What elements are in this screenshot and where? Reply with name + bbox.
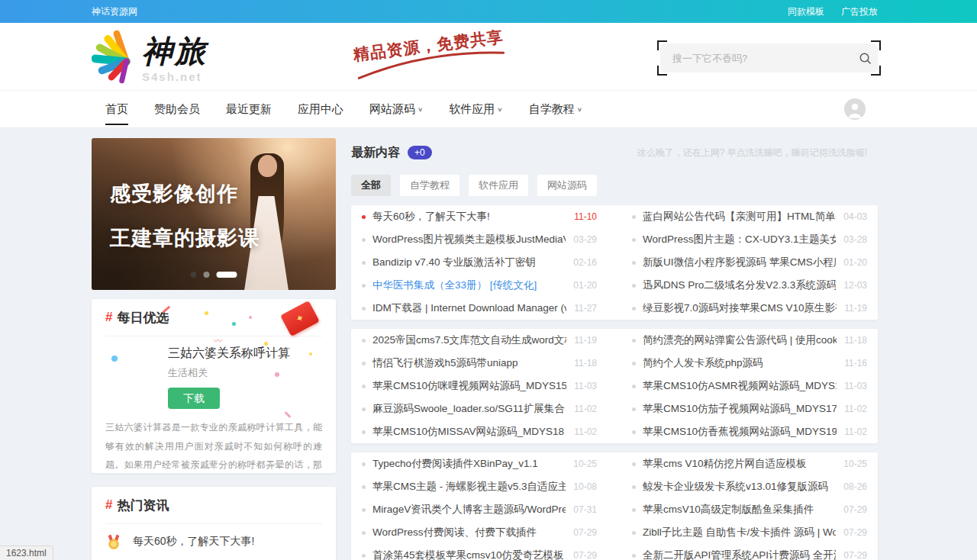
list-column: 苹果cms V10精仿挖片网自适应模板 10-25 鲸发卡企业级发卡系统v13.… (632, 452, 867, 560)
carousel-dot[interactable] (191, 272, 197, 278)
logo-title: 神旅 (142, 35, 208, 67)
row-title[interactable]: 麻豆源码Swoole_loader.so/SG11扩展集合 (372, 402, 566, 416)
row-title[interactable]: 情侣飞行棋游戏h5源码带uniapp (372, 356, 566, 370)
chevron-down-icon: ∨ (418, 106, 423, 113)
bullet-icon (362, 385, 366, 388)
row-title[interactable]: 苹果cms V10精仿挖片网自适应模板 (643, 457, 836, 471)
row-date: 11-02 (574, 426, 597, 437)
row-title[interactable]: 蓝白网站公告代码【亲测可用】HTML简单代码... (643, 210, 836, 224)
bullet-icon (632, 485, 636, 489)
row-date: 07-29 (843, 550, 867, 560)
carousel-dot[interactable] (204, 272, 210, 278)
row-title[interactable]: MirageV资讯类个人博客主题源码/WordPress主... (372, 503, 566, 517)
row-title[interactable]: 中华医书集成（全33册） [传统文化] (372, 278, 566, 292)
daily-pick-title[interactable]: 三姑六婆关系称呼计算 (168, 346, 322, 362)
hot-news-item-label: 每天60秒，了解天下大事! (133, 535, 254, 549)
row-title[interactable]: WordPress图片视频类主题模板JustMediaV2.7.... (372, 233, 566, 246)
bullet-icon (362, 430, 366, 434)
row-title[interactable]: 苹果CMS10仿茄子视频网站源码_MDYS17 (643, 402, 837, 416)
row-date: 12-03 (843, 280, 867, 291)
confetti-decoration: 〰 (214, 334, 224, 340)
nav-item[interactable]: 软件应用 ∨ (449, 91, 502, 127)
hot-news-item[interactable]: 每天60秒，了解天下大事! (105, 529, 322, 554)
bullet-icon (362, 485, 366, 489)
article-row: 全新二开版API管理系统API计费源码 全开源 07-29 (632, 544, 867, 560)
daily-pick-description: 三姑六婆计算器是一款专业的亲戚称呼计算工具，能够有效的解决用用户面对亲戚时不知如… (105, 418, 322, 473)
article-row: 简约漂亮的网站弹窗公告源代码 | 使用cookie记录 11-18 (632, 329, 867, 352)
latest-header: 最新内容 +0 这么晚了，还在上网? 早点洗洗睡吧，睡前记得洗洗脸喔! (351, 143, 878, 163)
topbar: 神话资源网 同款模板广告投放 (0, 0, 977, 23)
row-date: 11-16 (844, 358, 867, 369)
row-title[interactable]: 2025帝国cms7.5文库范文自动生成word文档/文... (372, 333, 566, 347)
bullet-icon (632, 554, 636, 558)
latest-tab[interactable]: 全部 (351, 175, 391, 196)
latest-tab[interactable]: 自学教程 (400, 175, 459, 196)
article-row: Bandizip v7.40 专业版激活补丁密钥 02-16 (362, 251, 597, 274)
topbar-link[interactable]: 同款模板 (788, 5, 824, 18)
row-title[interactable]: 苹果CMS主题 - 海螺影视主题v5.3自适应主题/ ... (372, 480, 566, 494)
row-date: 11-18 (574, 358, 597, 369)
row-title[interactable]: Zibll子比主题 自助售卡/发卡插件 源码 | WordPr... (643, 526, 836, 539)
row-title[interactable]: 苹果CMS10仿香蕉视频网站源码_MDYS19 (643, 425, 837, 439)
row-title[interactable]: 绿豆影视7.0源码对接苹果CMS V10原生影视AP... (643, 301, 837, 315)
hash-icon: # (105, 310, 112, 325)
topbar-link[interactable]: 广告投放 (841, 5, 878, 18)
search-button[interactable] (852, 45, 878, 71)
article-row: 苹果cms V10精仿挖片网自适应模板 10-25 (632, 452, 867, 475)
row-title[interactable]: 新版UI微信小程序影视源码 苹果CMS小程序源码 (643, 256, 836, 269)
row-title[interactable]: 苹果CMS10仿MISSAV网站源码_MDYS18 (372, 425, 566, 439)
nav-item[interactable]: 自学教程 ∨ (529, 91, 582, 127)
logo-domain: S4sh.net (142, 70, 208, 83)
row-date: 02-16 (573, 257, 597, 268)
latest-tab[interactable]: 软件应用 (469, 175, 528, 196)
row-title[interactable]: 全新二开版API管理系统API计费源码 全开源 (643, 549, 836, 560)
nav-item-label: 赞助会员 (154, 102, 200, 117)
nav-item[interactable]: 最近更新 ∨ (226, 91, 272, 127)
row-title[interactable]: 首涂第45套模板苹果cmsv10仿爱奇艺模板 (372, 549, 566, 560)
row-title[interactable]: 简约漂亮的网站弹窗公告源代码 | 使用cookie记录 (643, 333, 837, 347)
bullet-icon (362, 238, 366, 242)
row-date: 10-25 (843, 459, 867, 469)
greeting-tip: 这么晚了，还在上网? 早点洗洗睡吧，睡前记得洗洗脸喔! (637, 146, 878, 159)
row-date: 07-29 (843, 527, 867, 538)
row-title[interactable]: 鲸发卡企业级发卡系统v13.01修复版源码 (643, 480, 836, 494)
hot-news-card: # 热门资讯 每天60秒，了解天下大事! (92, 487, 336, 560)
article-row: 鲸发卡企业级发卡系统v13.01修复版源码 08-26 (632, 475, 867, 498)
row-title[interactable]: 迅风DNS Pro二级域名分发V2.3.3系统源码 (643, 278, 836, 292)
row-title[interactable]: Typecho付费阅读插件XBinPay_v1.1 (372, 457, 566, 471)
row-title[interactable]: 简约个人发卡系统php源码 (643, 356, 837, 370)
carousel-dot-active[interactable] (217, 272, 237, 278)
row-title[interactable]: 苹果cmsV10高级定制版酷鱼采集插件 (643, 503, 836, 517)
bullet-icon (362, 339, 366, 343)
nav-item[interactable]: 网站源码 ∨ (369, 91, 423, 127)
article-row: 绿豆影视7.0源码对接苹果CMS V10原生影视AP... 11-19 (632, 297, 867, 320)
nav-item[interactable]: 应用中心 ∨ (298, 91, 343, 127)
article-list-group: 2025帝国cms7.5文库范文自动生成word文档/文... 11-19 情侣… (351, 329, 878, 443)
download-button[interactable]: 下载 (168, 388, 220, 409)
site-logo[interactable]: 神旅 S4sh.net (92, 27, 208, 84)
article-row: 情侣飞行棋游戏h5源码带uniapp 11-18 (362, 352, 597, 375)
search-input[interactable] (660, 53, 852, 64)
nav-item-label: 应用中心 (298, 102, 343, 117)
row-title[interactable]: Bandizip v7.40 专业版激活补丁密钥 (372, 256, 566, 269)
carousel[interactable]: 感受影像创作 王建章的摄影课 (92, 138, 336, 290)
nav-item[interactable]: 赞助会员 ∨ (154, 91, 200, 127)
article-row: 苹果CMS10仿香蕉视频网站源码_MDYS19 11-02 (632, 420, 867, 443)
row-title[interactable]: WordPress图片主题：CX-UDY3.1主题美女图片... (643, 233, 836, 246)
row-title[interactable]: 苹果CMS10仿咪哩视频网站源码_MDYS15 (372, 379, 566, 393)
row-title[interactable]: WordPress付费阅读、付费下载插件 (372, 526, 566, 539)
row-date: 11-19 (574, 335, 597, 346)
row-date: 01-20 (573, 280, 597, 291)
latest-tab[interactable]: 网站源码 (537, 175, 597, 196)
user-avatar[interactable] (844, 98, 866, 120)
latest-groups: 每天60秒，了解天下大事! 11-10 WordPress图片视频类主题模板Ju… (351, 205, 878, 560)
row-date: 07-31 (573, 504, 597, 515)
row-title[interactable]: IDM下载器 | Internet Download Manager (v6..… (372, 301, 566, 315)
row-title[interactable]: 苹果CMS10仿ASMR视频网站源码_MDYS16 (643, 379, 837, 393)
main-nav: 首页 ∨ 赞助会员 ∨ 最近更新 ∨ 应用中心 ∨ 网站源码 ∨ 软件应用 ∨ … (0, 90, 977, 128)
row-title[interactable]: 每天60秒，了解天下大事! (372, 210, 566, 224)
nav-item[interactable]: 首页 ∨ (105, 91, 128, 127)
bullet-icon (632, 238, 636, 242)
row-date: 03-28 (843, 234, 867, 245)
hot-news-header: # 热门资讯 (105, 487, 322, 524)
